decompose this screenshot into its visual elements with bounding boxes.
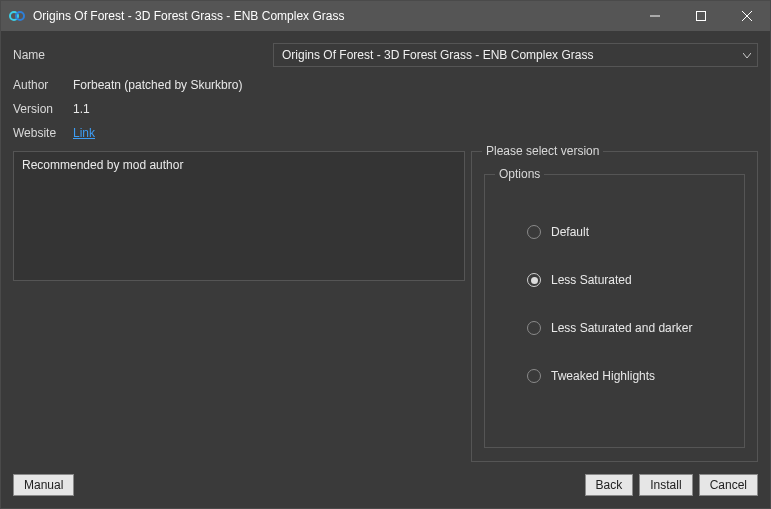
manual-button[interactable]: Manual	[13, 474, 74, 496]
version-fieldset: Please select version Options Default Le…	[471, 151, 758, 462]
version-label: Version	[13, 102, 65, 116]
author-label: Author	[13, 78, 65, 92]
radio-icon	[527, 225, 541, 239]
chevron-down-icon	[743, 48, 751, 62]
options-fieldset-legend: Options	[495, 167, 544, 181]
back-button[interactable]: Back	[585, 474, 634, 496]
option-label: Default	[551, 225, 589, 239]
description-text: Recommended by mod author	[22, 158, 183, 172]
author-value: Forbeatn (patched by Skurkbro)	[73, 78, 242, 92]
radio-icon	[527, 273, 541, 287]
version-fieldset-legend: Please select version	[482, 144, 603, 158]
window-title: Origins Of Forest - 3D Forest Grass - EN…	[33, 9, 632, 23]
minimize-button[interactable]	[632, 1, 678, 31]
option-less-saturated-darker[interactable]: Less Saturated and darker	[527, 321, 732, 335]
option-label: Less Saturated	[551, 273, 632, 287]
close-button[interactable]	[724, 1, 770, 31]
svg-rect-3	[697, 12, 706, 21]
name-label: Name	[13, 48, 65, 62]
maximize-button[interactable]	[678, 1, 724, 31]
titlebar: Origins Of Forest - 3D Forest Grass - EN…	[1, 1, 770, 31]
install-button[interactable]: Install	[639, 474, 692, 496]
radio-icon	[527, 321, 541, 335]
version-value: 1.1	[73, 102, 90, 116]
website-link[interactable]: Link	[73, 126, 95, 140]
name-dropdown-value: Origins Of Forest - 3D Forest Grass - EN…	[282, 48, 593, 62]
cancel-button[interactable]: Cancel	[699, 474, 758, 496]
website-label: Website	[13, 126, 65, 140]
option-default[interactable]: Default	[527, 225, 732, 239]
description-panel: Recommended by mod author	[13, 151, 465, 281]
app-icon	[9, 8, 25, 24]
name-dropdown[interactable]: Origins Of Forest - 3D Forest Grass - EN…	[273, 43, 758, 67]
radio-icon	[527, 369, 541, 383]
option-tweaked-highlights[interactable]: Tweaked Highlights	[527, 369, 732, 383]
option-label: Tweaked Highlights	[551, 369, 655, 383]
options-fieldset: Options Default Less Saturated	[484, 174, 745, 448]
option-label: Less Saturated and darker	[551, 321, 692, 335]
option-less-saturated[interactable]: Less Saturated	[527, 273, 732, 287]
